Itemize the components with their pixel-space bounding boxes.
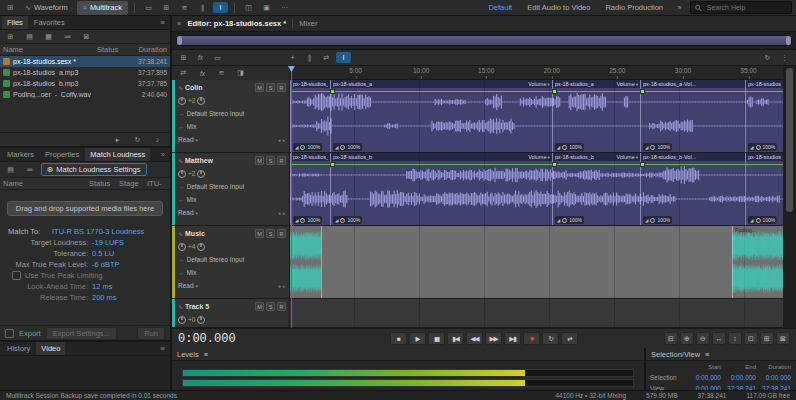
zoom-in-button[interactable]: ⊕ (680, 332, 694, 345)
overview-scrollbar[interactable] (176, 35, 792, 46)
column-name[interactable]: Name (3, 179, 89, 188)
solo-button[interactable]: S (266, 229, 275, 238)
sort-button[interactable]: ≔ (60, 31, 75, 42)
track-name[interactable]: Matthew (185, 157, 253, 164)
fade-icon[interactable]: ◢ (645, 145, 648, 150)
loop-preview-button[interactable]: ↻ (130, 134, 145, 145)
panel-menu-icon[interactable]: ≡ (204, 350, 208, 359)
fade-icon[interactable]: ◢ (750, 218, 753, 223)
time-selection-tool[interactable]: I (336, 52, 351, 63)
skip-selection-button[interactable]: ⇄ (561, 332, 578, 345)
track-lane[interactable] (290, 299, 783, 327)
track-output-selector[interactable]: Mix (187, 269, 197, 276)
envelope-node[interactable] (640, 162, 645, 167)
column-duration[interactable]: Duration (127, 45, 167, 54)
fade-icon[interactable]: ◢ (335, 145, 338, 150)
arm-record-button[interactable]: R (277, 156, 286, 165)
stop-button[interactable]: ■ (390, 332, 407, 345)
mute-button[interactable]: M (255, 229, 264, 238)
workspace-default[interactable]: Default (488, 3, 512, 12)
clip-gain-knob[interactable] (300, 145, 305, 150)
fade-icon[interactable]: ◢ (750, 145, 753, 150)
track-header[interactable]: ∿ Music M S R +4 (172, 226, 290, 298)
time-selection-tool-button[interactable]: I (213, 2, 228, 13)
clip-volume-menu[interactable]: Volume (616, 154, 638, 160)
more-tools-button[interactable]: ⋯ (277, 2, 292, 13)
files-column-headers[interactable]: Name Status Duration (0, 44, 170, 56)
mute-button[interactable]: M (255, 156, 264, 165)
envelope-node[interactable] (640, 89, 645, 94)
editor-tab[interactable]: Editor: px-18-studios.sesx * (187, 19, 286, 28)
fx-rack-toggle[interactable]: fx (193, 52, 208, 63)
tab-markers[interactable]: Markers (2, 148, 39, 161)
timeline-ruler[interactable]: 5:00 10:00 15:00 20:00 25:00 30:00 35:00 (290, 66, 783, 80)
tolerance-value[interactable]: 0.5 LU (92, 249, 114, 258)
track-output-selector[interactable]: Mix (187, 123, 197, 130)
target-loudness-value[interactable]: -19 LUFS (92, 238, 124, 247)
match-loudness-settings-button[interactable]: ⊛ Match Loudness Settings (41, 163, 147, 176)
arm-record-button[interactable]: R (277, 302, 286, 311)
automation-mode-selector[interactable]: Read (178, 209, 194, 216)
track-output-selector[interactable]: Mix (187, 196, 197, 203)
volume-envelope[interactable] (290, 164, 783, 165)
volume-knob[interactable] (178, 170, 186, 178)
sends-toggle[interactable]: ≋ (214, 68, 229, 79)
tab-match-loudness[interactable]: Match Loudness (85, 148, 150, 161)
clip-gain-knob[interactable] (340, 145, 345, 150)
zoom-out-full-button[interactable]: ⊟ (664, 332, 678, 345)
track-input-selector[interactable]: Default Stereo Input (187, 256, 245, 263)
match-to-value-dropdown[interactable]: ITU-R BS.1770-3 Loudness (52, 227, 144, 236)
automation-mode-selector[interactable]: Read (178, 136, 194, 143)
clip-gain-knob[interactable] (300, 218, 305, 223)
move-cti-previous-button[interactable]: ▮◀ (447, 332, 464, 345)
move-tool[interactable]: + (285, 52, 300, 63)
file-row[interactable]: px-18-studios.sesx * 37:38.241 (0, 56, 170, 67)
clip-gain-knob[interactable] (340, 218, 345, 223)
tab-properties[interactable]: Properties (40, 148, 84, 161)
zoom-out-point-button[interactable]: ⊠ (776, 332, 790, 345)
io-toggle[interactable]: ⇄ (176, 68, 191, 79)
play-button[interactable]: ▶ (409, 332, 426, 345)
delete-file-button[interactable]: ⊠ (79, 31, 94, 42)
mute-button[interactable]: M (255, 83, 264, 92)
run-button[interactable]: Run (137, 327, 165, 340)
automation-icons[interactable]: ●● (278, 283, 286, 289)
media-browser-button[interactable]: ▦ (41, 31, 56, 42)
zoom-width-button[interactable]: ↔ (712, 332, 726, 345)
waveform-view-button[interactable]: ∿ Waveform (19, 1, 74, 15)
fade-icon[interactable]: ◢ (295, 218, 298, 223)
tab-history[interactable]: History (2, 342, 35, 355)
column-stage[interactable]: Stage (119, 179, 147, 188)
automation-icons[interactable]: ●● (278, 210, 286, 216)
solo-button[interactable]: S (266, 302, 275, 311)
zoom-out-button[interactable]: ⊖ (696, 332, 710, 345)
open-file-button[interactable]: ▤ (22, 31, 37, 42)
track-controls-toggle[interactable]: ⊞ (176, 52, 191, 63)
playhead[interactable] (291, 66, 292, 328)
tab-overflow-icon[interactable]: » (158, 150, 168, 159)
workspace-radio-production[interactable]: Radio Production (605, 3, 663, 12)
release-time-value[interactable]: 200 ms (92, 293, 117, 302)
zoom-in-point-button[interactable]: ⊞ (760, 332, 774, 345)
pan-knob[interactable] (197, 243, 205, 251)
clip-gain-badge[interactable]: ◢100% (748, 143, 777, 151)
time-display[interactable]: 0:00.000 (178, 332, 298, 346)
arm-record-button[interactable]: R (277, 83, 286, 92)
move-cti-next-button[interactable]: ▶▮ (504, 332, 521, 345)
volume-envelope[interactable] (290, 91, 783, 92)
column-itu[interactable]: ITU- (147, 179, 167, 188)
pan-knob[interactable] (197, 170, 205, 178)
envelope-node[interactable] (552, 89, 557, 94)
clip-gain-badge[interactable]: ◢100% (748, 216, 777, 224)
drop-zone[interactable]: Drag and drop supported media files here (0, 190, 170, 226)
vertical-scrollbar[interactable] (783, 66, 796, 328)
toggle-panel-button[interactable]: ◫ (241, 2, 256, 13)
fade-icon[interactable]: ◢ (335, 218, 338, 223)
track-lane[interactable]: px-18-studios_a-V... ◢100% px-18-studios… (290, 80, 783, 152)
fade-icon[interactable]: ◢ (557, 145, 560, 150)
selection-row[interactable]: Selection 0:00.000 0:00.000 0:00.000 (646, 372, 796, 383)
clip-gain-badge[interactable]: ◢100% (333, 216, 362, 224)
selection-start[interactable]: 0:00.000 (686, 374, 721, 381)
clip-gain-badge[interactable]: ◢100% (293, 216, 322, 224)
mute-button[interactable]: M (255, 302, 264, 311)
